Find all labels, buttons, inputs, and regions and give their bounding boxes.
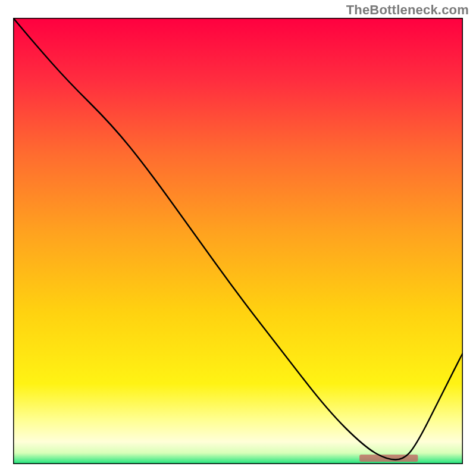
watermark-text: TheBottleneck.com xyxy=(346,2,469,18)
gradient-background xyxy=(13,18,463,464)
chart-svg xyxy=(13,18,463,464)
plot-area xyxy=(13,18,463,464)
chart-container: TheBottleneck.com xyxy=(0,0,476,476)
